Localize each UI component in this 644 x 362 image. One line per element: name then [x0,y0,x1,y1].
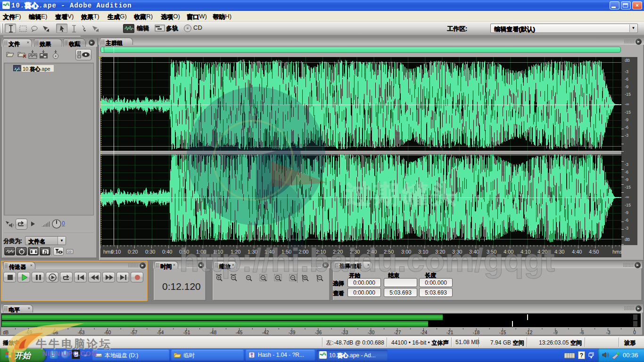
svg-text:CD: CD [67,250,72,253]
